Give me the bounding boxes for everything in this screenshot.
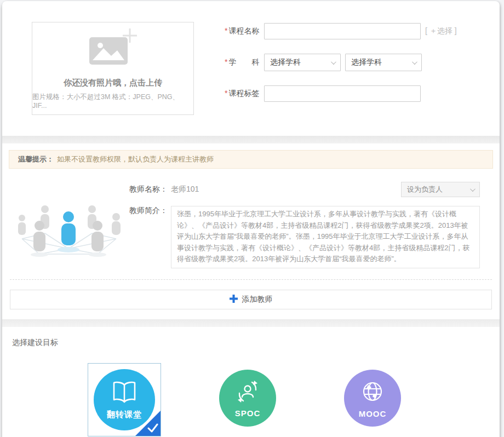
goal-option-spoc[interactable]: SPOC [219,370,276,427]
chevron-down-icon [470,186,476,192]
course-name-row: *课程名称 [ ＋选择 ] [225,23,480,39]
teacher-detail: 教师名称： 老师101 设为负责人 教师简介： 张墨，1995年毕业于北京理工大… [129,176,480,268]
course-tag-label: *课程标签 [225,89,264,99]
add-teacher-label: 添加教师 [242,295,273,304]
chevron-down-icon [331,59,336,65]
goal-option-label: MOOC [359,409,387,418]
goal-options-row: 翻转课堂 SPOC [88,363,490,437]
teacher-name-value: 老师101 [171,185,401,194]
goal-option-mooc[interactable]: MOOC [344,370,401,427]
check-icon [147,423,158,433]
cover-upload-box[interactable]: 你还没有照片哦，点击上传 图片规格：大小不超过3M 格式：JPEG、PNG、JI… [32,22,194,115]
open-book-icon [109,380,140,407]
goal-option-label: SPOC [235,409,261,418]
add-teacher-button[interactable]: 添加教师 [10,290,492,309]
goal-option-flipped-classroom[interactable]: 翻转课堂 [88,363,161,436]
subject-label: *学 科 [225,58,264,67]
image-plus-icon [86,27,140,70]
goal-section: 选择建设目标 翻转课堂 [2,327,500,437]
course-tag-input[interactable] [264,85,421,102]
course-edit-card: 你还没有照片哦，点击上传 图片规格：大小不超过3M 格式：JPEG、PNG、JI… [2,1,500,437]
section-divider [2,319,500,327]
basic-info-section: 你还没有照片哦，点击上传 图片规格：大小不超过3M 格式：JPEG、PNG、JI… [2,1,500,136]
course-name-input[interactable] [264,23,421,39]
subject-select-1[interactable]: 选择学科 [264,54,341,71]
plus-icon [230,295,238,305]
teacher-bio-row: 教师简介： 张墨，1995年毕业于北京理工大学工业设计系，多年从事设计教学与实践… [129,206,480,268]
upload-hint-title: 你还没有照片哦，点击上传 [64,78,162,88]
section-divider [2,136,500,143]
teacher-section: 教师名称： 老师101 设为负责人 教师简介： 张墨，1995年毕业于北京理工大… [2,169,500,268]
goal-option-label: 翻转课堂 [107,410,142,420]
teacher-bio-label: 教师简介： [129,206,171,268]
teacher-role-select[interactable]: 设为负责人 [401,182,480,197]
subject-row: *学 科 选择学科 选择学科 [225,54,480,71]
required-asterisk: * [225,89,227,97]
course-name-label: *课程名称 [225,26,264,36]
course-form: *课程名称 [ ＋选择 ] *学 科 选择学科 选择学科 *课程标签 [225,22,480,115]
teacher-name-row: 教师名称： 老师101 设为负责人 [129,182,480,197]
goal-section-title: 选择建设目标 [12,338,490,348]
course-name-pick-link[interactable]: [ ＋选择 ] [425,26,457,36]
dashed-divider [10,279,492,280]
subject-select-2[interactable]: 选择学科 [345,54,422,71]
teacher-network-image [12,191,125,268]
course-tag-row: *课程标签 [225,85,480,102]
tip-text: 如果不设置教师权限，默认负责人为课程主讲教师 [57,155,214,163]
sync-user-icon [234,379,261,406]
upload-spec-text: 图片规格：大小不超过3M 格式：JPEG、PNG、JIF... [32,93,193,110]
chevron-down-icon [412,59,417,65]
teacher-bio-text[interactable]: 张墨，1995年毕业于北京理工大学工业设计系，多年从事设计教学与实践，著有《设计… [171,206,480,268]
globe-icon [359,378,386,407]
teacher-name-label: 教师名称： [129,185,171,194]
flipped-classroom-circle[interactable]: 翻转课堂 [94,369,155,430]
required-asterisk: * [225,26,227,35]
required-asterisk: * [225,58,227,66]
warm-tip-banner: 温馨提示：如果不设置教师权限，默认负责人为课程主讲教师 [9,150,493,169]
tip-prefix: 温馨提示： [18,155,54,163]
